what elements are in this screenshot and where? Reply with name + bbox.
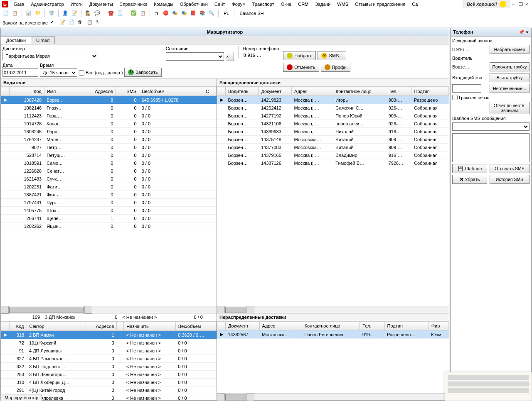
toolbar-icon[interactable]: 📁	[34, 9, 42, 17]
table-row[interactable]: Борзен…14369633Москва г, …Николай916-…Со…	[217, 128, 449, 136]
table-row[interactable]: Борзен…14262412Москва г, …Самохин С…926-…	[217, 104, 449, 112]
table-row[interactable]: Борзен…14277192Москва г, …Попов Юрий903-…	[217, 112, 449, 120]
toolbar-search-icon[interactable]: 🔍	[207, 9, 216, 17]
toolbar-icon[interactable]: 📋	[139, 9, 147, 17]
toolbar-stop-icon[interactable]: ⛔	[162, 9, 170, 17]
menu-item[interactable]: Документы	[86, 1, 116, 7]
minimize-icon[interactable]: –	[512, 2, 517, 7]
pin-icon[interactable]: 📌	[519, 29, 525, 35]
toolbar-icon[interactable]: 🎭	[180, 9, 188, 17]
table-row[interactable]: Борзен…14387126Москва г, …Тимофей В…7926…	[217, 159, 449, 167]
sms-history-button[interactable]: История SMS	[490, 175, 530, 184]
toolbar-user-icon[interactable]: 👤	[61, 9, 69, 17]
assigned-grid[interactable]: Водитель Документ Адрес Контактное лицо …	[217, 86, 449, 306]
table-row[interactable]: 2833 БП Звенигоро…0< Не назначен >0 / 0	[1, 371, 217, 379]
menu-item[interactable]: Окна	[278, 1, 295, 7]
dial-number-button[interactable]: Набрать номер	[490, 45, 530, 54]
menu-item[interactable]: Форум	[228, 1, 249, 7]
subbar-icon[interactable]: 🗑	[78, 20, 84, 26]
subbar-icon[interactable]: ↻	[96, 20, 103, 26]
menu-item[interactable]: Администратор	[27, 1, 67, 7]
incoming-number-input[interactable]	[452, 84, 481, 93]
table-row[interactable]: Борзен…14379165Москва г, …Владимир916-…С…	[217, 152, 449, 159]
footer-tab[interactable]: Маршрутизатор	[1, 394, 42, 401]
menu-item[interactable]: Са	[409, 1, 421, 7]
menu-item[interactable]: Команды	[150, 1, 177, 7]
table-row[interactable]: 1405775Шты…000 / 0	[1, 207, 217, 215]
close-icon[interactable]: ×	[525, 2, 530, 7]
menu-item[interactable]: Итоги	[67, 1, 86, 7]
menu-item[interactable]: Отзывы и предложения	[352, 1, 409, 7]
table-row[interactable]: 914 ДП Луховицы0< Не назначен >0 / 0	[1, 347, 217, 355]
dial-button[interactable]: Набрать	[283, 51, 316, 60]
menu-item[interactable]: База	[11, 1, 27, 7]
subbar-icon[interactable]: 📝	[59, 20, 66, 26]
table-row[interactable]: 1018591Само…000 / 0	[1, 159, 217, 167]
table-row[interactable]: 1202262Яцын…000 / 0	[1, 223, 217, 230]
sectors-grid[interactable]: Код Сектор Адресов Назначить Вес/объем ▶…	[1, 321, 217, 400]
remove-button[interactable]: ✖Убрать	[452, 175, 487, 184]
toolbar-icon[interactable]: 📃	[116, 9, 124, 17]
scrollbar[interactable]	[1, 306, 217, 313]
table-row[interactable]: 3104 БП Люберцы Д…0< Не назначен >0 / 0	[1, 379, 217, 386]
toolbar-icon[interactable]: 🎭	[171, 9, 179, 17]
scrollbar[interactable]	[217, 393, 449, 400]
toolbar-phone-icon[interactable]: ☎️	[107, 9, 115, 17]
table-row[interactable]: Борзен…14377083Московска…Виталий909-…Соб…	[217, 144, 449, 152]
menu-item[interactable]: Транспорт	[249, 1, 278, 7]
toolbar-icon[interactable]: 📝	[70, 9, 79, 17]
table-row[interactable]: ▶3182 БП Химки1< Не назначен >0,3620 / 0…	[1, 331, 217, 339]
sms-button[interactable]: ✉SMS...	[318, 51, 346, 60]
state-select[interactable]	[166, 52, 224, 61]
toolbar-icon[interactable]: 📕	[189, 9, 197, 17]
toolbar-icon[interactable]: 📊	[25, 9, 33, 17]
tab-deliveries[interactable]: Доставки	[1, 36, 31, 44]
toolbar-check-icon[interactable]: ✅	[130, 9, 138, 17]
toolbar-pl-label[interactable]: PL	[221, 11, 232, 16]
clear-state-button[interactable]: ×	[226, 52, 234, 61]
table-row[interactable]: 1603246Ларц…000 / 0	[1, 128, 217, 136]
menu-item[interactable]: CRM	[295, 1, 312, 7]
request-button[interactable]: ↻Запросить	[124, 68, 161, 77]
subbar-icon[interactable]: ✔	[50, 20, 57, 26]
hangup-button[interactable]: Положить трубку	[490, 62, 530, 71]
close-icon[interactable]: ×	[526, 29, 529, 35]
toolbar-icon[interactable]: 💬	[93, 9, 101, 17]
menu-item[interactable]: Задачи	[312, 1, 334, 7]
table-row[interactable]: 1082146Глазу…000 / 0	[1, 104, 217, 112]
time-select[interactable]: До 15 часов	[40, 68, 77, 77]
sms-template-select[interactable]	[452, 122, 530, 131]
save-template-button[interactable]: 💾Шаблон	[452, 164, 487, 173]
toolbar-shield-icon[interactable]: 🛡️	[47, 9, 56, 17]
table-row[interactable]: 1387421Филь…000 / 0	[1, 191, 217, 199]
subbar-icon[interactable]: 📄	[69, 20, 75, 26]
table-row[interactable]: 721(Ц) Курский0< Не назначен >0 / 0	[1, 339, 217, 347]
menu-item[interactable]: WMS	[334, 1, 352, 7]
scrollbar[interactable]	[217, 306, 449, 313]
toolbar-icon[interactable]: 📄	[2, 9, 10, 17]
table-row[interactable]: 1112423Горш…000 / 0	[1, 112, 217, 120]
table-row[interactable]: Борзен…14375148Московска…Виталий909-…Соб…	[217, 136, 449, 144]
cancel-call-button[interactable]: Отменить	[283, 63, 319, 72]
sms-text-area[interactable]	[452, 133, 530, 162]
tab-ulmart[interactable]: Ulmart	[31, 36, 55, 44]
table-row[interactable]: ▶Борзен…14219823Москва г, …Игорь903-…Раз…	[217, 96, 449, 104]
table-row[interactable]: 1202251Фати…000 / 0	[1, 183, 217, 191]
table-row[interactable]: 2914(Ц) Китай-город0< Не назначен >0 / 0	[1, 386, 217, 394]
send-sms-button[interactable]: Отослать SMS	[490, 164, 530, 173]
table-row[interactable]: 1914728Конаг…000 / 0	[1, 120, 217, 128]
dispatcher-select[interactable]: Парфентьева Мария	[2, 52, 98, 60]
toolbar-book-icon[interactable]: 📚	[198, 9, 207, 17]
missed-report-button[interactable]: Отчет по неотв. звонкам	[490, 102, 530, 114]
toolbar-balance-label[interactable]: Balance SH	[237, 11, 266, 16]
table-row[interactable]: ▶1387428Борзе…80645,6985 / 1,0278	[1, 96, 217, 104]
table-row[interactable]: 528714Петуш…000 / 0	[1, 152, 217, 159]
drivers-grid[interactable]: Код Имя Адресов SMS Вес/объем С ▶1387428…	[1, 86, 217, 306]
table-row[interactable]: 1226828Сенат…000 / 0	[1, 167, 217, 175]
profi-button[interactable]: Профи	[321, 63, 350, 72]
table-row[interactable]: 3323 БП Подольск …0< Не назначен >0 / 0	[1, 363, 217, 371]
all-checkbox[interactable]: Все (вод., распр.)	[79, 70, 123, 76]
pickup-button[interactable]: Взять трубку	[490, 73, 530, 82]
menu-item[interactable]: Сайт	[211, 1, 228, 7]
restore-icon[interactable]: ❐	[519, 2, 524, 7]
